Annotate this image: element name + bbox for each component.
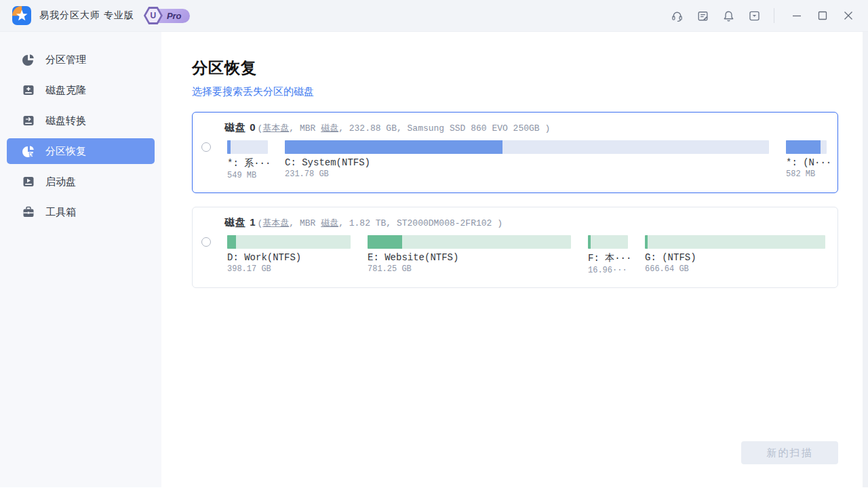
sidebar: 分区管理 磁盘克隆 磁盘转换 (0, 32, 161, 487)
sidebar-item-partition-recovery[interactable]: 分区恢复 (7, 138, 155, 164)
feedback-button[interactable] (692, 5, 713, 26)
disk-header: 磁盘 1 (基本盘, MBR 磁盘, 1.82 TB, ST2000DM008-… (193, 216, 827, 229)
partition-block[interactable]: *: 系··· 549 MB (227, 140, 268, 180)
partition-size: 582 MB (786, 169, 827, 179)
titlebar: 易我分区大师 专业版 U Pro (0, 0, 868, 32)
partition-used-fill (227, 140, 231, 154)
partition-label: D: Work(NTFS) (227, 252, 351, 263)
partition-block[interactable]: C: System(NTFS) 231.78 GB (285, 140, 769, 180)
feedback-note-icon (696, 9, 710, 23)
partition-size: 398.17 GB (227, 264, 351, 274)
partition-bar (285, 140, 769, 154)
sidebar-item-bootable-media[interactable]: 启动盘 (7, 169, 155, 195)
partition-block[interactable]: F: 本··· 16.96··· (588, 235, 628, 275)
partition-used-fill (227, 235, 236, 249)
partition-bar (227, 235, 351, 249)
disk-name: 磁盘 0 (224, 121, 256, 134)
sidebar-item-label: 分区管理 (45, 54, 86, 66)
partition-block[interactable]: *: (N··· 582 MB (786, 140, 827, 180)
partition-bar (786, 140, 827, 154)
minimize-icon (790, 9, 804, 22)
partition-used-fill (645, 235, 648, 249)
partition-bar (645, 235, 825, 249)
sidebar-item-label: 磁盘克隆 (45, 84, 86, 97)
bell-icon (722, 9, 736, 23)
support-button[interactable] (667, 5, 687, 26)
partition-label: E: Website(NTFS) (368, 252, 571, 263)
sidebar-item-disk-clone[interactable]: 磁盘克隆 (7, 77, 155, 103)
disk-card-0[interactable]: 磁盘 0 (基本盘, MBR 磁盘, 232.88 GB, Samsung SS… (192, 112, 838, 193)
page-title: 分区恢复 (192, 58, 838, 79)
sidebar-item-label: 磁盘转换 (45, 115, 86, 127)
pie-chart-icon (22, 53, 35, 66)
toolbox-icon (22, 205, 35, 219)
sidebar-item-label: 分区恢复 (45, 145, 86, 158)
dropdown-box-icon (747, 9, 762, 23)
partition-map: D: Work(NTFS) 398.17 GB E: Website(NTFS)… (227, 235, 827, 275)
partition-bar (588, 235, 628, 249)
partition-bar (368, 235, 571, 249)
main-content: 分区恢复 选择要搜索丢失分区的磁盘 磁盘 0 (基本盘, MBR 磁盘, 232… (161, 32, 868, 487)
app-title: 易我分区大师 专业版 (39, 9, 134, 22)
disk-header: 磁盘 0 (基本盘, MBR 磁盘, 232.88 GB, Samsung SS… (193, 121, 827, 134)
close-button[interactable] (838, 5, 859, 26)
sidebar-item-label: 工具箱 (45, 206, 76, 219)
close-icon (842, 9, 855, 22)
partition-label: F: 本··· (588, 252, 628, 264)
partition-label: *: 系··· (227, 157, 268, 169)
partition-block[interactable]: G: (NTFS) 666.64 GB (645, 235, 825, 275)
sidebar-item-disk-convert[interactable]: 磁盘转换 (7, 108, 155, 134)
sidebar-item-partition-manager[interactable]: 分区管理 (7, 47, 155, 73)
bootable-disk-icon (22, 175, 35, 188)
scrollbar-track[interactable] (863, 32, 868, 487)
sidebar-item-label: 启动盘 (45, 176, 76, 188)
app-logo-icon (12, 6, 31, 25)
disk-radio-0[interactable] (201, 142, 211, 152)
menu-button[interactable] (744, 5, 764, 26)
minimize-button[interactable] (787, 5, 807, 26)
partition-block[interactable]: E: Website(NTFS) 781.25 GB (368, 235, 571, 275)
partition-used-fill (285, 140, 502, 154)
disk-card-1[interactable]: 磁盘 1 (基本盘, MBR 磁盘, 1.82 TB, ST2000DM008-… (192, 207, 838, 288)
partition-size: 16.96··· (588, 266, 628, 275)
page-subtitle: 选择要搜索丢失分区的磁盘 (192, 85, 838, 98)
partition-label: G: (NTFS) (645, 252, 825, 263)
maximize-icon (816, 9, 829, 22)
maximize-button[interactable] (812, 5, 833, 26)
partition-used-fill (588, 235, 591, 249)
disk-name: 磁盘 1 (224, 216, 256, 229)
disk-convert-icon (22, 114, 35, 127)
partition-used-fill (786, 140, 821, 154)
sidebar-item-toolbox[interactable]: 工具箱 (7, 199, 155, 225)
partition-label: C: System(NTFS) (285, 157, 769, 168)
partition-map: *: 系··· 549 MB C: System(NTFS) 231.78 GB… (227, 140, 827, 180)
partition-bar (227, 140, 268, 154)
new-scan-button[interactable]: 新的扫描 (741, 441, 838, 464)
partition-label: *: (N··· (786, 157, 827, 168)
partition-size: 666.64 GB (645, 264, 825, 274)
headset-icon (670, 9, 684, 23)
disk-details: (基本盘, MBR 磁盘, 1.82 TB, ST2000DM008-2FR10… (258, 217, 502, 229)
disk-radio-1[interactable] (201, 237, 211, 247)
notifications-button[interactable] (718, 5, 738, 26)
titlebar-divider (774, 8, 774, 23)
disk-details: (基本盘, MBR 磁盘, 232.88 GB, Samsung SSD 860… (258, 122, 551, 134)
pro-badge: U Pro (144, 7, 190, 24)
partition-block[interactable]: D: Work(NTFS) 398.17 GB (227, 235, 351, 275)
partition-size: 781.25 GB (368, 264, 571, 274)
partition-size: 231.78 GB (285, 169, 769, 179)
partition-used-fill (368, 235, 402, 249)
partition-recovery-icon (22, 144, 35, 158)
disk-clone-icon (22, 83, 35, 97)
partition-size: 549 MB (227, 171, 268, 180)
